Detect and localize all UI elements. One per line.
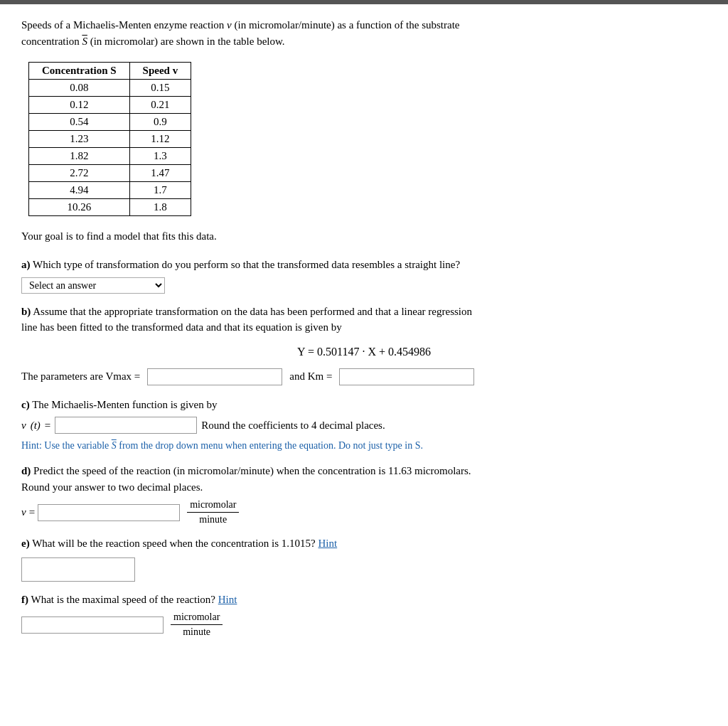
data-table: Concentration S Speed v 0.080.150.120.21… — [28, 62, 191, 216]
cell-concentration: 0.08 — [29, 80, 130, 97]
denom-f: minute — [180, 625, 213, 638]
intro-v: v — [227, 19, 232, 31]
cell-speed: 1.7 — [129, 182, 191, 199]
question-b: b) Assume that the appropriate transform… — [21, 304, 707, 385]
table-row: 2.721.47 — [29, 165, 191, 182]
goal-text: Your goal is to find a model that fits t… — [21, 230, 707, 242]
question-f-body: What is the maximal speed of the reactio… — [31, 594, 215, 605]
cell-concentration: 0.12 — [29, 97, 130, 114]
table-row: 0.080.15 — [29, 80, 191, 97]
cell-speed: 1.3 — [129, 148, 191, 165]
cell-concentration: 2.72 — [29, 165, 130, 182]
intro-line2: concentration — [21, 36, 82, 47]
question-a-text: a) Which type of transformation do you p… — [21, 257, 707, 273]
question-d: d) Predict the speed of the reaction (in… — [21, 463, 707, 525]
table-row: 10.261.8 — [29, 199, 191, 216]
hint-link-f[interactable]: Hint — [218, 594, 237, 605]
equation-display: Y = 0.501147 · X + 0.454986 — [21, 346, 707, 358]
top-bar — [0, 0, 728, 4]
question-a-body: Which type of transformation do you perf… — [33, 259, 460, 270]
question-d-body: Predict the speed of the reaction (in mi… — [33, 465, 471, 476]
hint-link-e[interactable]: Hint — [318, 538, 338, 549]
cell-speed: 0.21 — [129, 97, 191, 114]
cell-speed: 0.9 — [129, 114, 191, 131]
question-c-label: c) — [21, 399, 30, 410]
question-e: e) What will be the reaction speed when … — [21, 535, 707, 582]
question-f-label: f) — [21, 594, 28, 605]
cell-speed: 0.15 — [129, 80, 191, 97]
cell-concentration: 1.82 — [29, 148, 130, 165]
v-equation-row-f: micromolar minute — [21, 612, 707, 638]
v-input-d[interactable] — [38, 504, 180, 521]
question-f: f) What is the maximal speed of the reac… — [21, 592, 707, 639]
cell-concentration: 0.54 — [29, 114, 130, 131]
question-e-text: e) What will be the reaction speed when … — [21, 535, 707, 552]
question-c: c) The Michaelis-Menten function is give… — [21, 397, 707, 454]
question-e-body: What will be the reaction speed when the… — [32, 538, 316, 549]
question-b-text: b) Assume that the appropriate transform… — [21, 304, 707, 336]
table-row: 1.231.12 — [29, 131, 191, 148]
cell-concentration: 10.26 — [29, 199, 130, 216]
round-text: Round the coefficients to 4 decimal plac… — [201, 420, 385, 432]
intro-line1b: (in micromolar/minute) as a function of … — [232, 19, 460, 31]
hint-c: Hint: Use the variable S from the drop d… — [21, 438, 707, 453]
question-b-label: b) — [21, 306, 31, 317]
question-b-body2: line has been fitted to the transformed … — [21, 321, 342, 333]
answer-box-row-e — [21, 557, 707, 582]
cell-concentration: 4.94 — [29, 182, 130, 199]
intro-line1: Speeds of a Michaelis-Menten enzyme reac… — [21, 19, 227, 31]
question-a-label: a) — [21, 259, 31, 270]
v-equals-d: = — [29, 506, 35, 518]
params-km-label: and Km = — [289, 370, 332, 383]
vmax-input[interactable] — [147, 368, 282, 385]
cell-speed: 1.12 — [129, 131, 191, 148]
question-e-label: e) — [21, 538, 30, 549]
v-equation-row-d: v = micromolar minute — [21, 499, 707, 525]
numer-f: micromolar — [171, 612, 223, 625]
table-row: 1.821.3 — [29, 148, 191, 165]
question-d-body2: Round your answer to two decimal places. — [21, 481, 203, 493]
cell-concentration: 1.23 — [29, 131, 130, 148]
hint-s-italic: S — [112, 440, 117, 451]
cell-speed: 1.8 — [129, 199, 191, 216]
cell-speed: 1.47 — [129, 165, 191, 182]
question-d-label: d) — [21, 465, 31, 476]
table-row: 4.941.7 — [29, 182, 191, 199]
v-label-d: v — [21, 506, 26, 518]
col-header-concentration: Concentration S — [29, 63, 130, 80]
question-b-body1: Assume that the appropriate transformati… — [33, 306, 472, 317]
params-vmax-label: The parameters are Vmax = — [21, 370, 140, 383]
intro-line2b: (in micromolar) are shown in the table b… — [87, 36, 285, 47]
table-row: 0.540.9 — [29, 114, 191, 131]
intro-paragraph: Speeds of a Michaelis-Menten enzyme reac… — [21, 17, 707, 49]
fraction-d: micromolar minute — [187, 499, 239, 525]
e-input[interactable] — [21, 557, 135, 582]
vt-paren-label: (t) — [31, 420, 41, 432]
question-f-text: f) What is the maximal speed of the reac… — [21, 592, 707, 608]
question-c-body: The Michaelis-Menten function is given b… — [32, 399, 217, 410]
vt-label: v — [21, 420, 26, 432]
denom-d: minute — [196, 513, 230, 525]
km-input[interactable] — [339, 368, 474, 385]
question-d-text: d) Predict the speed of the reaction (in… — [21, 463, 707, 495]
vt-equation-row: v (t) = Round the coefficients to 4 deci… — [21, 417, 707, 434]
params-row: The parameters are Vmax = and Km = — [21, 368, 707, 385]
intro-s: S — [82, 36, 87, 47]
answer-select-a[interactable]: Select an answer 1/v vs 1/S (Lineweaver-… — [21, 277, 165, 294]
fraction-f: micromolar minute — [171, 612, 223, 638]
question-a: a) Which type of transformation do you p… — [21, 257, 707, 294]
numer-d: micromolar — [187, 499, 239, 513]
vt-equals: = — [45, 420, 50, 432]
equation-text: Y = 0.501147 · X + 0.454986 — [297, 346, 431, 358]
v-input-f[interactable] — [21, 616, 164, 634]
vt-input[interactable] — [55, 417, 197, 434]
col-header-speed: Speed v — [129, 63, 191, 80]
table-row: 0.120.21 — [29, 97, 191, 114]
question-c-text: c) The Michaelis-Menten function is give… — [21, 397, 707, 413]
